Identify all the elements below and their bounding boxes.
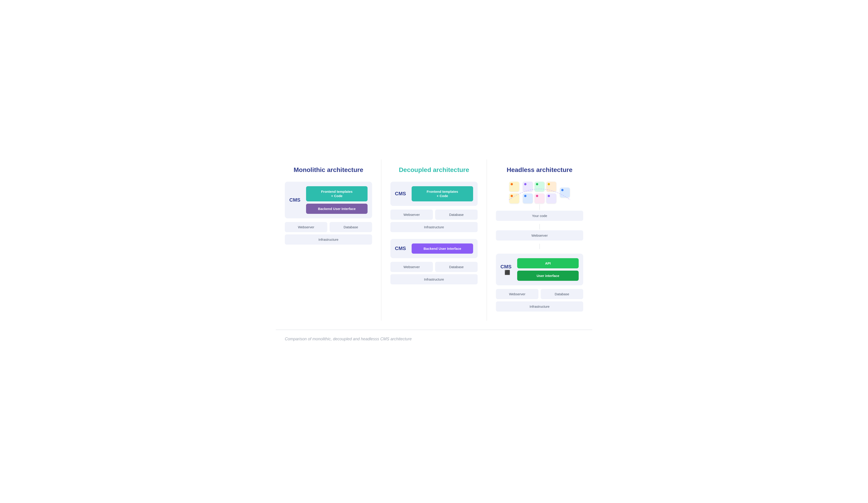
headless-cms-label: CMS (500, 264, 514, 270)
connector-1 (539, 204, 540, 210)
cms-small-icon: ⬛ (505, 270, 510, 275)
decoupled-infrastructure-1: Infrastructure (390, 222, 478, 232)
headless-webserver-box: Webserver (496, 230, 583, 241)
mono-cms-card: CMS Frontend templates+ Code Backend Use… (285, 182, 372, 218)
headless-title: Headless architecture (507, 166, 572, 173)
decoupled-cms-label-1: CMS (395, 191, 409, 197)
decoupled-webserver-2: Webserver (390, 262, 433, 272)
mono-database: Database (330, 222, 372, 232)
decoupled-frontend-block: Frontend templates+ Code (412, 186, 473, 201)
apps-grid (523, 182, 556, 203)
connector-2 (539, 224, 540, 230)
mono-frontend-block: Frontend templates+ Code (306, 186, 368, 201)
app-2 (535, 182, 545, 192)
decoupled-database-2: Database (435, 262, 478, 272)
column-decoupled: Decoupled architecture CMS Frontend temp… (381, 160, 487, 293)
headless-apps-area (496, 182, 583, 203)
your-code-box: Your code (496, 211, 583, 221)
decoupled-infra-row-1: Webserver Database (390, 210, 478, 220)
mono-cms-label: CMS (289, 197, 303, 203)
headless-ui-block: User interface (517, 271, 579, 281)
app-6 (546, 193, 556, 203)
headless-card-blocks: API User interface (517, 258, 579, 281)
left-apps (509, 182, 519, 203)
decoupled-database-1: Database (435, 210, 478, 220)
decoupled-card-blocks-1: Frontend templates+ Code (412, 186, 473, 201)
headless-infrastructure: Infrastructure (496, 301, 583, 312)
app-icon-right (560, 188, 570, 198)
footer-caption: Comparison of monolithic, decoupled and … (276, 334, 592, 344)
column-headless: Headless architecture (487, 160, 592, 321)
main-container: Monolithic architecture CMS Frontend tem… (276, 160, 592, 344)
right-app (560, 188, 570, 198)
headless-webserver: Webserver (496, 289, 538, 299)
mono-infrastructure: Infrastructure (285, 234, 372, 244)
app-5 (535, 193, 545, 203)
headless-cms-card: CMS ⬛ API User interface (496, 254, 583, 285)
decoupled-infrastructure-2: Infrastructure (390, 274, 478, 284)
mono-backend-block: Backend User Interface (306, 204, 368, 214)
column-monolithic: Monolithic architecture CMS Frontend tem… (276, 160, 381, 254)
decoupled-cms-label-2: CMS (395, 245, 409, 251)
app-3 (546, 182, 556, 192)
columns-row: Monolithic architecture CMS Frontend tem… (276, 160, 592, 321)
decoupled-cms-card-1: CMS Frontend templates+ Code (390, 182, 478, 206)
footer-section: Comparison of monolithic, decoupled and … (276, 330, 592, 344)
decoupled-cms-card-2: CMS Backend User Interface (390, 239, 478, 258)
app-4 (523, 193, 533, 203)
decoupled-title: Decoupled architecture (399, 166, 469, 173)
headless-database: Database (541, 289, 583, 299)
headless-api-block: API (517, 258, 579, 268)
mono-card-blocks: Frontend templates+ Code Backend User In… (306, 186, 368, 214)
app-1 (523, 182, 533, 192)
app-icon-left-1 (509, 182, 519, 192)
headless-infra-row: Webserver Database (496, 289, 583, 299)
connector-3 (539, 244, 540, 249)
monolithic-title: Monolithic architecture (293, 166, 363, 173)
app-icon-left-2 (509, 193, 519, 203)
decoupled-infra-row-2: Webserver Database (390, 262, 478, 272)
headless-cms-icon-area: CMS ⬛ (500, 264, 514, 275)
mono-webserver: Webserver (285, 222, 327, 232)
decoupled-backend-block: Backend User Interface (412, 243, 473, 254)
mono-infra-row: Webserver Database (285, 222, 372, 232)
center-apps-grid (523, 182, 556, 203)
decoupled-card-blocks-2: Backend User Interface (412, 243, 473, 254)
decoupled-webserver-1: Webserver (390, 210, 433, 220)
